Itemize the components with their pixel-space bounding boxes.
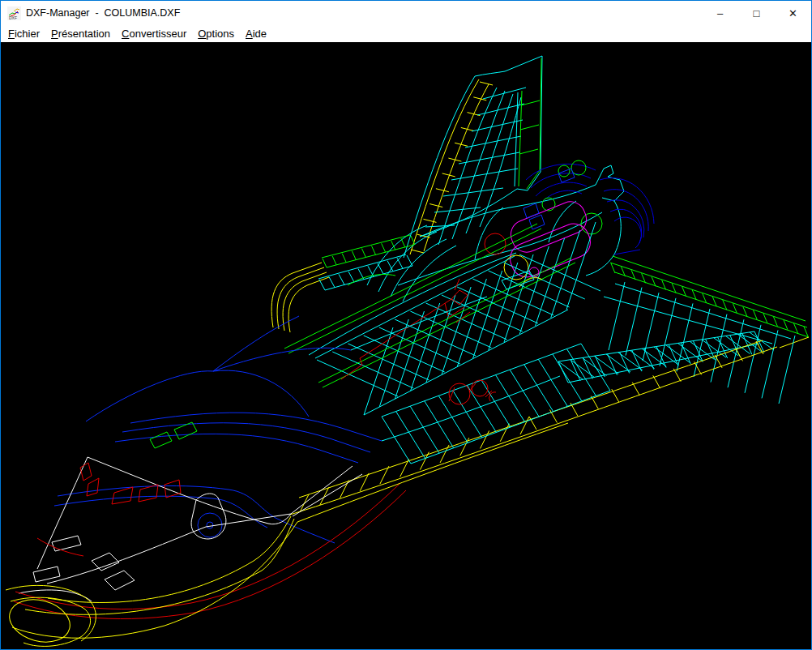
- title-bar[interactable]: DXF DXF-Manager - COLUMBIA.DXF – □ ✕: [1, 1, 811, 25]
- menu-options[interactable]: Options: [198, 28, 234, 40]
- window-title: DXF-Manager - COLUMBIA.DXF: [26, 7, 180, 19]
- app-icon: DXF: [7, 6, 21, 20]
- menu-bar: Fichier Présentation Convertisseur Optio…: [1, 25, 811, 42]
- close-button[interactable]: ✕: [775, 1, 811, 25]
- menu-fichier[interactable]: Fichier: [8, 28, 40, 40]
- maximize-button[interactable]: □: [738, 1, 775, 25]
- svg-text:DXF: DXF: [9, 15, 17, 20]
- window-controls: – □ ✕: [702, 1, 811, 25]
- menu-convertisseur[interactable]: Convertisseur: [122, 28, 186, 40]
- app-window: DXF DXF-Manager - COLUMBIA.DXF – □ ✕ Fic…: [0, 0, 812, 650]
- minimize-button[interactable]: –: [702, 1, 738, 25]
- shuttle-wireframe-drawing: [1, 42, 811, 649]
- menu-aide[interactable]: Aide: [246, 28, 267, 40]
- drawing-viewport[interactable]: [1, 42, 811, 649]
- menu-presentation[interactable]: Présentation: [51, 28, 110, 40]
